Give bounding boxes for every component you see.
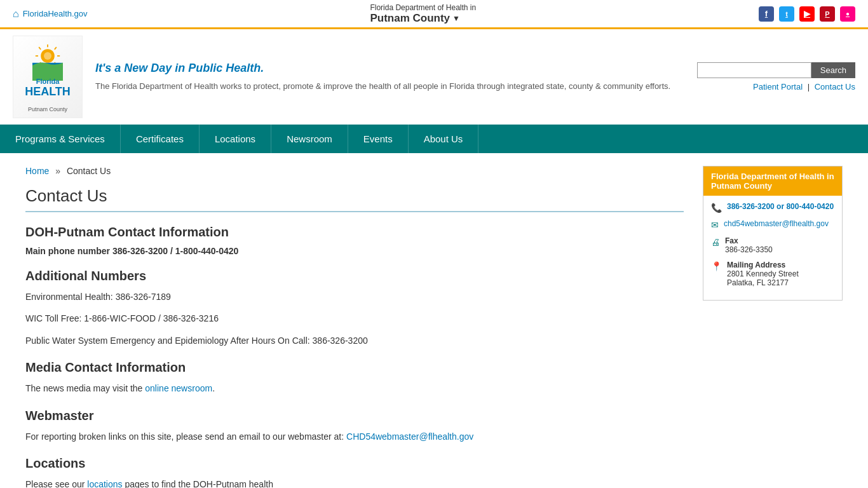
content-area: Home » Contact Us Contact Us DOH-Putnam …: [25, 166, 684, 488]
top-bar-left: ⌂ FloridaHealth.gov: [13, 8, 88, 20]
social-links: f t ▶ P ●: [759, 6, 855, 22]
locations-text-before: Please see our: [25, 479, 87, 488]
email-icon: ✉: [711, 220, 719, 230]
section3-title: Media Contact Information: [25, 360, 684, 375]
main-phone-label: Main phone number: [25, 246, 110, 256]
sidebar-phone-row: 📞 386-326-3200 or 800-440-0420: [711, 202, 834, 213]
address-icon: 📍: [711, 261, 722, 271]
sidebar-fax-label: Fax: [725, 236, 773, 245]
locations-text-after: pages to find the DOH-Putnam health: [123, 479, 273, 488]
nav-events-label: Events: [363, 133, 393, 144]
dropdown-icon[interactable]: ▼: [452, 14, 460, 23]
sidebar-fax-number: 386-326-3350: [725, 245, 773, 254]
sidebar-address-row: 📍 Mailing Address 2801 Kennedy Street Pa…: [711, 261, 834, 287]
home-icon: ⌂: [13, 8, 19, 20]
webmaster-email-link[interactable]: CHD54webmaster@flhealth.gov: [346, 431, 473, 442]
top-bar: ⌂ FloridaHealth.gov Florida Department o…: [0, 0, 868, 29]
sidebar-email-row: ✉ chd54webmaster@flhealth.gov: [711, 219, 834, 230]
section5-title: Locations: [25, 456, 684, 471]
search-form: Search: [697, 62, 855, 78]
florida-text: Florida: [25, 78, 71, 85]
media-text: The news media may visit the online news…: [25, 381, 684, 395]
health-text: HEALTH: [25, 85, 71, 98]
search-area: Search Patient Portal | Contact Us: [697, 62, 855, 92]
nav-programs-services[interactable]: Programs & Services: [0, 125, 121, 153]
breadcrumb: Home » Contact Us: [25, 166, 684, 176]
sidebar-card-header: Florida Department of Health in Putnam C…: [703, 166, 842, 196]
fax-icon: 🖨: [711, 237, 720, 247]
sidebar-fax: Fax 386-326-3350: [725, 236, 773, 254]
nav-newsroom-label: Newsroom: [287, 133, 332, 144]
site-link[interactable]: FloridaHealth.gov: [23, 9, 88, 18]
sidebar-card: Florida Department of Health in Putnam C…: [703, 166, 843, 301]
county-name-logo: Putnam County: [28, 106, 67, 112]
nav-programs-services-label: Programs & Services: [15, 133, 105, 144]
link-separator: |: [808, 82, 810, 92]
top-bar-center: Florida Department of Health in Putnam C…: [370, 3, 476, 25]
main-nav: Programs & Services Certificates Locatio…: [0, 125, 868, 153]
nav-about-us[interactable]: About Us: [409, 125, 479, 153]
svg-line-5: [39, 47, 41, 50]
sidebar-phone: 386-326-3200 or 800-440-0420: [727, 202, 834, 211]
sidebar-email-link[interactable]: chd54webmaster@flhealth.gov: [724, 219, 829, 228]
online-newsroom-link[interactable]: online newsroom: [145, 383, 212, 393]
webmaster-text-before: For reporting broken links on this site,…: [25, 431, 346, 442]
webmaster-text: For reporting broken links on this site,…: [25, 430, 684, 444]
section2-title: Additional Numbers: [25, 269, 684, 283]
locations-text: Please see our locations pages to find t…: [25, 477, 684, 488]
svg-line-2: [55, 47, 57, 50]
svg-point-9: [44, 52, 51, 60]
media-text-before: The news media may visit the: [25, 383, 145, 393]
wic-numbers: WIC Toll Free: 1-866-WIC-FOOD / 386-326-…: [25, 311, 684, 325]
sidebar: Florida Department of Health in Putnam C…: [703, 166, 843, 488]
sidebar-address1: 2801 Kennedy Street: [727, 269, 799, 278]
section1-title: DOH-Putnam Contact Information: [25, 225, 684, 240]
breadcrumb-home[interactable]: Home: [25, 166, 49, 176]
header-links: Patient Portal | Contact Us: [753, 82, 855, 92]
tagline-area: It's a New Day in Public Health. The Flo…: [95, 62, 684, 93]
page-title: Contact Us: [25, 186, 684, 212]
phone-icon: 📞: [711, 203, 722, 213]
environmental-health: Environmental Health: 386-326-7189: [25, 290, 684, 304]
main-content: Home » Contact Us Contact Us DOH-Putnam …: [0, 153, 868, 488]
sidebar-mailing-label: Mailing Address: [727, 261, 799, 269]
pinterest-icon[interactable]: P: [820, 6, 835, 22]
nav-locations[interactable]: Locations: [200, 125, 271, 153]
flickr-icon[interactable]: ●: [840, 6, 855, 22]
county-name[interactable]: Putnam County ▼: [370, 12, 476, 25]
nav-events[interactable]: Events: [348, 125, 409, 153]
tagline-description: The Florida Department of Health works t…: [95, 80, 684, 93]
search-button[interactable]: Search: [811, 62, 855, 78]
sidebar-address2: Palatka, FL 32177: [727, 278, 799, 287]
facebook-icon[interactable]: f: [759, 6, 774, 22]
locations-link[interactable]: locations: [87, 479, 122, 488]
county-name-text: Putnam County: [370, 12, 450, 25]
contact-us-header-link[interactable]: Contact Us: [815, 82, 855, 92]
public-water: Public Water System Emergency and Epidem…: [25, 334, 684, 348]
twitter-icon[interactable]: t: [779, 6, 794, 22]
media-text-after: .: [212, 383, 215, 393]
sidebar-card-body: 📞 386-326-3200 or 800-440-0420 ✉ chd54we…: [703, 196, 842, 300]
nav-certificates-label: Certificates: [136, 133, 184, 144]
tagline: It's a New Day in Public Health.: [95, 62, 684, 75]
breadcrumb-separator: »: [55, 166, 60, 176]
dept-line1: Florida Department of Health in: [370, 3, 476, 12]
nav-certificates[interactable]: Certificates: [121, 125, 200, 153]
header: Florida HEALTH Putnam County It's a New …: [0, 29, 868, 125]
sidebar-fax-row: 🖨 Fax 386-326-3350: [711, 236, 834, 254]
breadcrumb-current: Contact Us: [67, 166, 111, 176]
main-phone-number: 386-326-3200 / 1-800-440-0420: [112, 246, 239, 256]
logo: Florida HEALTH Putnam County: [13, 36, 83, 118]
nav-newsroom[interactable]: Newsroom: [271, 125, 348, 153]
nav-locations-label: Locations: [215, 133, 255, 144]
sidebar-address: Mailing Address 2801 Kennedy Street Pala…: [727, 261, 799, 287]
nav-about-us-label: About Us: [424, 133, 463, 144]
section4-title: Webmaster: [25, 409, 684, 423]
search-input[interactable]: [697, 62, 811, 78]
youtube-icon[interactable]: ▶: [799, 6, 815, 22]
main-phone: Main phone number 386-326-3200 / 1-800-4…: [25, 246, 684, 256]
patient-portal-link[interactable]: Patient Portal: [753, 82, 803, 92]
